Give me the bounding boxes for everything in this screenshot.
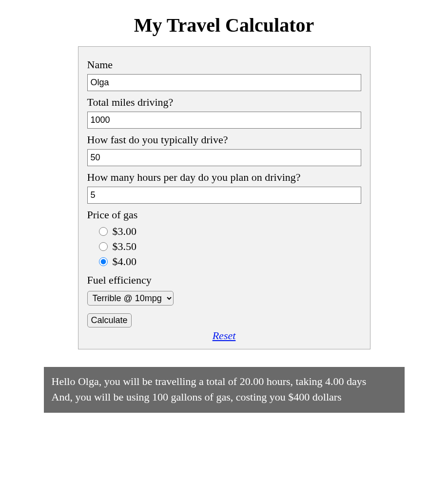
gas-radio-400[interactable] (99, 257, 108, 266)
gas-price-radio-group: $3.00 $3.50 $4.00 (87, 224, 361, 269)
gas-radio-350[interactable] (99, 242, 108, 251)
gas-radio-300[interactable] (99, 227, 108, 236)
speed-label: How fast do you typically drive? (87, 134, 361, 146)
speed-input[interactable] (87, 149, 361, 166)
gas-price-label: Price of gas (87, 209, 361, 221)
gas-radio-400-label: $4.00 (113, 254, 137, 269)
page-title: My Travel Calculator (0, 14, 448, 37)
result-line-1: Hello Olga, you will be travelling a tot… (52, 374, 397, 389)
hours-input[interactable] (87, 187, 361, 204)
hours-label: How many hours per day do you plan on dr… (87, 171, 361, 184)
miles-input[interactable] (87, 112, 361, 129)
calculate-button[interactable]: Calculate (87, 313, 132, 327)
gas-radio-350-label: $3.50 (113, 239, 137, 254)
calculator-form: Name Total miles driving? How fast do yo… (78, 46, 370, 349)
efficiency-select[interactable]: Terrible @ 10mpg (87, 291, 174, 306)
gas-radio-300-label: $3.00 (113, 224, 137, 239)
efficiency-label: Fuel efficiency (87, 274, 361, 287)
name-input[interactable] (87, 74, 361, 91)
result-line-2: And, you will be using 100 gallons of ga… (52, 389, 397, 405)
name-label: Name (87, 58, 361, 71)
miles-label: Total miles driving? (87, 96, 361, 109)
reset-link[interactable]: Reset (87, 329, 361, 342)
result-output: Hello Olga, you will be travelling a tot… (44, 367, 405, 413)
